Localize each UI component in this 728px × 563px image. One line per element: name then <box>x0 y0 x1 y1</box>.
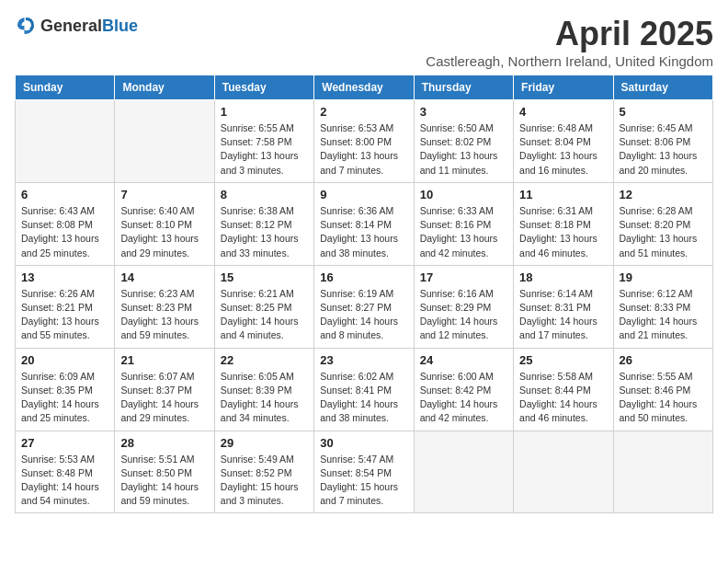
calendar-cell: 30Sunrise: 5:47 AM Sunset: 8:54 PM Dayli… <box>314 431 414 513</box>
logo-general-text: General <box>40 17 102 35</box>
day-number: 30 <box>320 436 407 450</box>
title-area: April 2025 Castlereagh, Northern Ireland… <box>426 15 713 69</box>
day-number: 20 <box>21 353 108 367</box>
day-detail: Sunrise: 6:05 AM Sunset: 8:39 PM Dayligh… <box>221 370 308 426</box>
day-number: 13 <box>21 270 108 284</box>
weekday-header-friday: Friday <box>514 75 613 100</box>
day-detail: Sunrise: 6:02 AM Sunset: 8:41 PM Dayligh… <box>320 370 407 426</box>
location-subtitle: Castlereagh, Northern Ireland, United Ki… <box>426 53 713 69</box>
calendar-cell: 20Sunrise: 6:09 AM Sunset: 8:35 PM Dayli… <box>16 348 115 431</box>
day-detail: Sunrise: 6:28 AM Sunset: 8:20 PM Dayligh… <box>620 204 707 260</box>
day-number: 23 <box>320 353 407 367</box>
day-detail: Sunrise: 6:07 AM Sunset: 8:37 PM Dayligh… <box>120 370 208 426</box>
calendar-cell: 10Sunrise: 6:33 AM Sunset: 8:16 PM Dayli… <box>414 182 513 265</box>
calendar-cell: 19Sunrise: 6:12 AM Sunset: 8:33 PM Dayli… <box>613 265 712 348</box>
logo-blue-text: Blue <box>102 17 138 35</box>
month-title: April 2025 <box>426 15 713 53</box>
weekday-header-saturday: Saturday <box>613 75 712 100</box>
calendar-cell: 25Sunrise: 5:58 AM Sunset: 8:44 PM Dayli… <box>514 348 613 431</box>
day-detail: Sunrise: 6:00 AM Sunset: 8:42 PM Dayligh… <box>420 370 507 426</box>
calendar-cell: 8Sunrise: 6:38 AM Sunset: 8:12 PM Daylig… <box>214 182 313 265</box>
day-detail: Sunrise: 6:12 AM Sunset: 8:33 PM Dayligh… <box>620 287 707 343</box>
day-number: 3 <box>420 105 507 119</box>
day-detail: Sunrise: 6:26 AM Sunset: 8:21 PM Dayligh… <box>21 287 108 343</box>
calendar-cell: 6Sunrise: 6:43 AM Sunset: 8:08 PM Daylig… <box>16 182 115 265</box>
day-number: 2 <box>320 105 407 119</box>
day-detail: Sunrise: 6:23 AM Sunset: 8:23 PM Dayligh… <box>120 287 208 343</box>
calendar-cell: 18Sunrise: 6:14 AM Sunset: 8:31 PM Dayli… <box>514 265 613 348</box>
day-detail: Sunrise: 6:21 AM Sunset: 8:25 PM Dayligh… <box>221 287 308 343</box>
day-number: 1 <box>221 105 308 119</box>
calendar-cell: 22Sunrise: 6:05 AM Sunset: 8:39 PM Dayli… <box>214 348 313 431</box>
day-detail: Sunrise: 6:43 AM Sunset: 8:08 PM Dayligh… <box>21 204 108 260</box>
day-number: 6 <box>21 188 108 201</box>
day-detail: Sunrise: 6:16 AM Sunset: 8:29 PM Dayligh… <box>420 287 507 343</box>
day-number: 4 <box>519 105 607 119</box>
day-detail: Sunrise: 6:38 AM Sunset: 8:12 PM Dayligh… <box>221 204 308 260</box>
day-number: 26 <box>620 353 707 367</box>
day-detail: Sunrise: 6:31 AM Sunset: 8:18 PM Dayligh… <box>519 204 607 260</box>
day-detail: Sunrise: 5:47 AM Sunset: 8:54 PM Dayligh… <box>320 453 407 509</box>
day-detail: Sunrise: 6:53 AM Sunset: 8:00 PM Dayligh… <box>320 121 407 178</box>
calendar-cell: 23Sunrise: 6:02 AM Sunset: 8:41 PM Dayli… <box>314 348 414 431</box>
day-number: 14 <box>120 270 208 284</box>
calendar-cell: 27Sunrise: 5:53 AM Sunset: 8:48 PM Dayli… <box>16 431 115 513</box>
calendar-week-row: 6Sunrise: 6:43 AM Sunset: 8:08 PM Daylig… <box>16 182 713 265</box>
calendar-body: 1Sunrise: 6:55 AM Sunset: 7:58 PM Daylig… <box>16 100 713 513</box>
calendar-cell: 9Sunrise: 6:36 AM Sunset: 8:14 PM Daylig… <box>314 182 414 265</box>
day-detail: Sunrise: 6:48 AM Sunset: 8:04 PM Dayligh… <box>519 121 607 178</box>
day-number: 24 <box>420 353 507 367</box>
calendar-cell: 21Sunrise: 6:07 AM Sunset: 8:37 PM Dayli… <box>115 348 214 431</box>
calendar-cell: 17Sunrise: 6:16 AM Sunset: 8:29 PM Dayli… <box>414 265 513 348</box>
calendar-cell <box>514 431 613 513</box>
day-number: 17 <box>420 270 507 284</box>
calendar-week-row: 20Sunrise: 6:09 AM Sunset: 8:35 PM Dayli… <box>16 348 713 431</box>
calendar-cell: 14Sunrise: 6:23 AM Sunset: 8:23 PM Dayli… <box>115 265 214 348</box>
calendar-cell: 3Sunrise: 6:50 AM Sunset: 8:02 PM Daylig… <box>414 100 513 183</box>
day-detail: Sunrise: 5:51 AM Sunset: 8:50 PM Dayligh… <box>120 453 208 509</box>
calendar-cell: 4Sunrise: 6:48 AM Sunset: 8:04 PM Daylig… <box>514 100 613 183</box>
calendar-cell: 12Sunrise: 6:28 AM Sunset: 8:20 PM Dayli… <box>613 182 712 265</box>
day-number: 22 <box>221 353 308 367</box>
weekday-header-row: SundayMondayTuesdayWednesdayThursdayFrid… <box>16 75 713 100</box>
calendar-cell <box>16 100 115 183</box>
day-detail: Sunrise: 6:33 AM Sunset: 8:16 PM Dayligh… <box>420 204 507 260</box>
day-number: 21 <box>120 353 208 367</box>
calendar-week-row: 13Sunrise: 6:26 AM Sunset: 8:21 PM Dayli… <box>16 265 713 348</box>
day-detail: Sunrise: 5:49 AM Sunset: 8:52 PM Dayligh… <box>221 453 308 509</box>
calendar-cell: 24Sunrise: 6:00 AM Sunset: 8:42 PM Dayli… <box>414 348 513 431</box>
calendar-cell: 2Sunrise: 6:53 AM Sunset: 8:00 PM Daylig… <box>314 100 414 183</box>
day-detail: Sunrise: 6:45 AM Sunset: 8:06 PM Dayligh… <box>620 121 707 178</box>
logo: GeneralBlue <box>15 15 138 37</box>
day-detail: Sunrise: 6:09 AM Sunset: 8:35 PM Dayligh… <box>21 370 108 426</box>
calendar-cell: 15Sunrise: 6:21 AM Sunset: 8:25 PM Dayli… <box>214 265 313 348</box>
calendar-cell: 7Sunrise: 6:40 AM Sunset: 8:10 PM Daylig… <box>115 182 214 265</box>
weekday-header-wednesday: Wednesday <box>314 75 414 100</box>
calendar-cell: 5Sunrise: 6:45 AM Sunset: 8:06 PM Daylig… <box>613 100 712 183</box>
weekday-header-monday: Monday <box>115 75 214 100</box>
day-number: 9 <box>320 188 407 201</box>
calendar-table: SundayMondayTuesdayWednesdayThursdayFrid… <box>15 75 713 513</box>
weekday-header-sunday: Sunday <box>16 75 115 100</box>
calendar-cell: 26Sunrise: 5:55 AM Sunset: 8:46 PM Dayli… <box>613 348 712 431</box>
day-detail: Sunrise: 6:14 AM Sunset: 8:31 PM Dayligh… <box>519 287 607 343</box>
calendar-cell: 1Sunrise: 6:55 AM Sunset: 7:58 PM Daylig… <box>214 100 313 183</box>
calendar-week-row: 1Sunrise: 6:55 AM Sunset: 7:58 PM Daylig… <box>16 100 713 183</box>
day-number: 8 <box>221 188 308 201</box>
day-number: 15 <box>221 270 308 284</box>
day-number: 18 <box>519 270 607 284</box>
day-number: 19 <box>620 270 707 284</box>
day-detail: Sunrise: 5:55 AM Sunset: 8:46 PM Dayligh… <box>620 370 707 426</box>
weekday-header-tuesday: Tuesday <box>214 75 313 100</box>
calendar-week-row: 27Sunrise: 5:53 AM Sunset: 8:48 PM Dayli… <box>16 431 713 513</box>
calendar-cell: 28Sunrise: 5:51 AM Sunset: 8:50 PM Dayli… <box>115 431 214 513</box>
day-detail: Sunrise: 5:53 AM Sunset: 8:48 PM Dayligh… <box>21 453 108 509</box>
calendar-cell <box>115 100 214 183</box>
day-detail: Sunrise: 6:55 AM Sunset: 7:58 PM Dayligh… <box>221 121 308 178</box>
day-detail: Sunrise: 6:50 AM Sunset: 8:02 PM Dayligh… <box>420 121 507 178</box>
day-number: 10 <box>420 188 507 201</box>
logo-icon <box>15 15 37 37</box>
day-number: 7 <box>120 188 208 201</box>
day-number: 12 <box>620 188 707 201</box>
day-number: 27 <box>21 436 108 450</box>
